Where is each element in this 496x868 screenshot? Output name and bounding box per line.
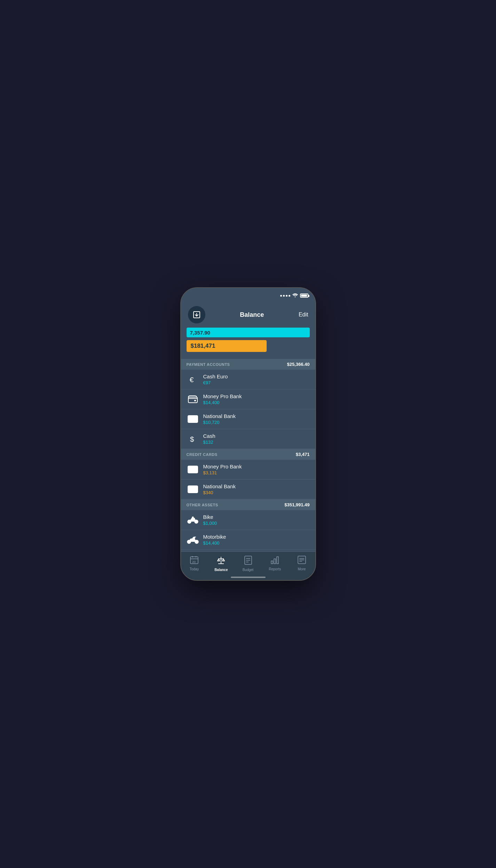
balance-bars: 7,357.90 $181,471 [181, 328, 315, 359]
account-name-national-bank-payment: National Bank [203, 413, 310, 419]
calendar-icon: 20 [190, 555, 199, 566]
svg-text:20: 20 [192, 560, 196, 564]
credit-cards-header: CREDIT CARDS $3,471 [181, 449, 315, 460]
tab-balance[interactable]: Balance [208, 555, 235, 572]
battery-icon [300, 294, 308, 298]
account-name-cash-euro: Cash Euro [203, 373, 310, 379]
svg-point-0 [294, 296, 296, 297]
tab-budget[interactable]: Budget [235, 555, 261, 572]
svg-rect-48 [277, 557, 278, 564]
other-assets-label: OTHER ASSETS [187, 503, 218, 507]
svg-point-21 [193, 537, 195, 539]
account-name-bike: Bike [203, 514, 310, 520]
dollar-icon: $ [187, 433, 199, 445]
account-balance-motorbike: $14,400 [203, 540, 310, 546]
reports-icon [270, 555, 280, 566]
svg-rect-6 [188, 416, 198, 423]
svg-text:€: € [189, 376, 194, 384]
tab-today-label: Today [190, 567, 199, 571]
tab-reports[interactable]: Reports [261, 555, 288, 571]
svg-rect-47 [274, 559, 276, 564]
card-icon-money-pro-bank-credit [187, 463, 199, 476]
account-row-money-pro-bank-payment[interactable]: Money Pro Bank $14,400 [181, 389, 315, 409]
account-row-national-bank-credit[interactable]: National Bank $340 [181, 480, 315, 499]
account-row-bike[interactable]: Bike $1,000 [181, 510, 315, 530]
svg-rect-10 [188, 466, 198, 473]
cyan-balance-bar: 7,357.90 [187, 328, 310, 337]
account-row-cash-euro[interactable]: € Cash Euro €97 [181, 370, 315, 389]
account-name-money-pro-bank-payment: Money Pro Bank [203, 393, 310, 399]
tab-more-label: More [298, 567, 306, 571]
tab-more[interactable]: More [288, 555, 315, 571]
tab-reports-label: Reports [269, 567, 281, 571]
status-bar [181, 288, 315, 303]
tab-bar: 20 Today Balance [181, 552, 315, 580]
svg-rect-46 [271, 561, 273, 564]
card-icon-national-bank-payment [187, 413, 199, 425]
account-row-national-bank-payment[interactable]: National Bank $10,720 [181, 409, 315, 429]
signal-dots [280, 295, 290, 297]
tab-budget-label: Budget [243, 568, 254, 572]
wifi-icon [292, 293, 298, 298]
budget-icon [244, 555, 253, 566]
other-assets-header: OTHER ASSETS $351,991.49 [181, 499, 315, 510]
payment-accounts-total: $25,366.40 [287, 362, 309, 367]
tab-balance-label: Balance [214, 568, 228, 572]
svg-point-18 [192, 517, 194, 518]
download-button[interactable] [188, 306, 205, 323]
account-balance-cash: $132 [203, 440, 310, 445]
card-icon-national-bank-credit [187, 483, 199, 496]
credit-cards-label: CREDIT CARDS [187, 452, 218, 457]
svg-rect-13 [188, 486, 198, 493]
account-name-money-pro-bank-credit: Money Pro Bank [203, 464, 310, 469]
header: Balance Edit [181, 303, 315, 328]
phone-frame: Balance Edit 7,357.90 $181,471 PAYMENT A… [180, 287, 316, 581]
payment-accounts-label: PAYMENT ACCOUNTS [187, 362, 230, 367]
scale-icon [216, 555, 226, 566]
svg-rect-4 [188, 397, 197, 403]
account-balance-national-bank-payment: $10,720 [203, 420, 310, 425]
wallet-icon [187, 393, 199, 405]
scroll-area: 7,357.90 $181,471 PAYMENT ACCOUNTS $25,3… [181, 328, 315, 560]
account-balance-money-pro-bank-credit: $3,131 [203, 470, 310, 475]
yellow-balance-bar: $181,471 [187, 340, 267, 352]
edit-button[interactable]: Edit [299, 312, 308, 318]
account-balance-cash-euro: €97 [203, 380, 310, 385]
svg-text:$: $ [190, 435, 194, 443]
account-balance-bike: $1,000 [203, 521, 310, 526]
account-name-cash: Cash [203, 433, 310, 439]
home-indicator [231, 577, 266, 578]
account-balance-money-pro-bank-payment: $14,400 [203, 400, 310, 405]
bike-icon [187, 514, 199, 526]
tab-today[interactable]: 20 Today [181, 555, 208, 571]
account-name-national-bank-credit: National Bank [203, 483, 310, 489]
payment-accounts-header: PAYMENT ACCOUNTS $25,366.40 [181, 359, 315, 370]
page-title: Balance [240, 311, 264, 319]
account-balance-national-bank-credit: $340 [203, 490, 310, 495]
motorbike-icon [187, 533, 199, 546]
more-icon [297, 555, 306, 566]
euro-icon: € [187, 373, 199, 386]
account-row-cash[interactable]: $ Cash $132 [181, 429, 315, 449]
account-name-motorbike: Motorbike [203, 534, 310, 540]
account-row-money-pro-bank-credit[interactable]: Money Pro Bank $3,131 [181, 460, 315, 480]
svg-rect-5 [194, 400, 196, 401]
other-assets-total: $351,991.49 [284, 502, 309, 507]
account-row-motorbike[interactable]: Motorbike $14,400 [181, 530, 315, 550]
credit-cards-total: $3,471 [296, 452, 310, 457]
